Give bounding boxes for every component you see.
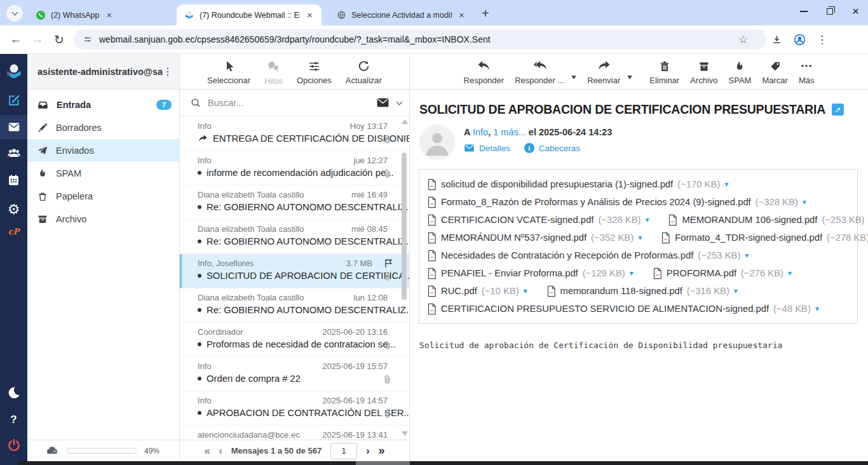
- message-row[interactable]: InfoHoy 13:17 ENTREGA DE CERTIFICACIÓN D…: [180, 117, 409, 151]
- details-toggle[interactable]: Detalles: [464, 144, 510, 153]
- tab-close-icon[interactable]: ×: [305, 10, 315, 20]
- attachment-menu-caret-icon[interactable]: ▾: [803, 198, 806, 206]
- attachment-item[interactable]: MEMORANDUM 106-signed.pdf(~253 KB)▾: [668, 214, 868, 226]
- scroll-down-icon[interactable]: [402, 431, 408, 436]
- open-in-new-window-icon[interactable]: ↗: [832, 104, 844, 116]
- attachment-item[interactable]: PROFORMA.pdf(~276 KB)▾: [653, 267, 792, 280]
- sidebar-item-entrada[interactable]: Entrada 7: [27, 93, 179, 116]
- address-bar[interactable]: webmail.sanjuan.gob.ec/cpsess8462650659/…: [74, 29, 766, 50]
- downloads-icon[interactable]: [771, 34, 783, 46]
- sidebar-item-archivo[interactable]: Archivo: [27, 208, 179, 231]
- attachment-name[interactable]: PENAFIEL - Enviar Proforma.pdf: [441, 268, 578, 278]
- tab-search-button[interactable]: [6, 5, 23, 22]
- bookmark-star-icon[interactable]: ☆: [738, 33, 748, 46]
- message-row[interactable]: Infojue 12:27 informe de recomendación a…: [180, 151, 409, 185]
- page-number-input[interactable]: [330, 443, 357, 459]
- message-row[interactable]: Info2025-06-19 14:57 APROBACION DE CONTR…: [180, 391, 409, 426]
- attachment-name[interactable]: solicitud de disponibilidad presupuestar…: [441, 179, 673, 189]
- prev-page-button[interactable]: ‹: [219, 445, 222, 457]
- list-scrollbar[interactable]: [402, 118, 408, 437]
- attachment-item[interactable]: Formato_4_TDR-signed-signed.pdf(~278 KB)…: [661, 232, 868, 244]
- attachment-menu-caret-icon[interactable]: ▾: [638, 233, 642, 242]
- reload-button[interactable]: ↻: [48, 32, 70, 47]
- attachment-name[interactable]: CERTIFICACION PRESUPUESTO SERVICIO DE AL…: [441, 304, 769, 314]
- attachment-item[interactable]: CERTIFICACION PRESUPUESTO SERVICIO DE AL…: [427, 303, 819, 315]
- attachment-name[interactable]: PROFORMA.pdf: [667, 268, 736, 278]
- tab-close-icon[interactable]: ×: [457, 10, 466, 20]
- forward-button[interactable]: Reenviar: [587, 60, 620, 85]
- window-restore-button[interactable]: [827, 8, 833, 15]
- attachment-menu-caret-icon[interactable]: ▾: [630, 269, 634, 278]
- window-minimize-button[interactable]: [800, 11, 808, 12]
- reply-button[interactable]: Responder: [464, 60, 505, 85]
- refresh-button[interactable]: Actualizar: [346, 60, 382, 85]
- help-icon[interactable]: ?: [0, 414, 27, 426]
- settings-gear-icon[interactable]: ⚙: [0, 201, 27, 218]
- more-recipients-link[interactable]: 1 más...: [493, 127, 526, 137]
- sidebar-item-enviados[interactable]: Enviados: [27, 139, 179, 162]
- attachment-name[interactable]: Formato_4_TDR-signed-signed.pdf: [675, 232, 822, 243]
- mail-nav-icon[interactable]: [0, 115, 27, 139]
- attachment-menu-caret-icon[interactable]: ▾: [524, 286, 527, 295]
- sidebar-item-borradores[interactable]: Borradores: [27, 116, 179, 139]
- back-button[interactable]: ←: [5, 32, 27, 46]
- attachment-item[interactable]: MEMORÁNDUM Nº537-signed.pdf(~352 KB)▾: [427, 232, 642, 244]
- attachment-name[interactable]: MEMORÁNDUM Nº537-signed.pdf: [441, 232, 587, 243]
- account-header[interactable]: asistente-administrativo@sa... ⋮: [27, 54, 179, 90]
- attachment-menu-caret-icon[interactable]: ▾: [815, 304, 819, 313]
- attachment-name[interactable]: Necesidades de Contratación y Recepción …: [441, 250, 693, 260]
- window-close-button[interactable]: ×: [852, 5, 859, 17]
- forward-caret-icon[interactable]: [627, 76, 632, 79]
- archive-button[interactable]: Archivo: [690, 60, 717, 85]
- attachment-item[interactable]: Formato_8_Razón de Proformas y Análisis …: [427, 196, 806, 208]
- search-scope-mail-icon[interactable]: [376, 97, 390, 108]
- message-row[interactable]: Coordinador2025-06-20 13:16 Proformas de…: [180, 323, 409, 357]
- sidebar-item-spam[interactable]: SPAM: [27, 162, 179, 185]
- browser-menu-icon[interactable]: ⋮: [817, 33, 827, 46]
- sidebar-item-papelera[interactable]: Papelera: [27, 185, 179, 208]
- attachment-item[interactable]: memorandum 118-signed.pdf(~316 KB)▾: [546, 285, 738, 297]
- mark-button[interactable]: Marcar: [762, 60, 787, 85]
- next-page-button[interactable]: ›: [366, 445, 369, 457]
- new-tab-button[interactable]: +: [482, 6, 489, 21]
- attachment-item[interactable]: Necesidades de Contratación y Recepción …: [427, 250, 749, 262]
- attachment-name[interactable]: CERTIFICACION VCATE-signed.pdf: [441, 215, 593, 225]
- message-row[interactable]: Diana elizabeth Toala castillolun 12:08 …: [180, 288, 409, 323]
- message-row[interactable]: Info2025-06-19 15:57 Orden de compra # 2…: [180, 357, 409, 391]
- forward-button[interactable]: →: [27, 32, 48, 46]
- horizontal-scroll-thumb[interactable]: [356, 461, 410, 465]
- contacts-icon[interactable]: [0, 145, 27, 161]
- message-row[interactable]: Diana elizabeth Toala castillomié 08:45 …: [180, 220, 409, 254]
- last-page-button[interactable]: »: [378, 444, 384, 457]
- scroll-up-icon[interactable]: [402, 119, 408, 124]
- compose-icon[interactable]: [0, 93, 27, 107]
- attachment-menu-caret-icon[interactable]: ▾: [734, 286, 738, 295]
- attachment-name[interactable]: memorandum 118-signed.pdf: [560, 286, 682, 296]
- tab-actividad[interactable]: Seleccione Actividad a modifica ×: [329, 4, 474, 25]
- attachment-item[interactable]: RUC.pdf(~10 KB)▾: [427, 285, 527, 297]
- attachment-menu-caret-icon[interactable]: ▾: [724, 180, 728, 189]
- spam-button[interactable]: SPAM: [729, 60, 752, 85]
- calendar-icon[interactable]: [0, 173, 27, 187]
- folder-menu-icon[interactable]: ⋮: [163, 65, 173, 78]
- attachment-menu-caret-icon[interactable]: ▾: [745, 251, 749, 260]
- message-row[interactable]: Diana elizabeth Toala castillomié 16:49 …: [180, 185, 409, 220]
- attachment-menu-caret-icon[interactable]: ▾: [788, 269, 792, 278]
- tab-close-icon[interactable]: ×: [104, 10, 114, 20]
- cpanel-icon[interactable]: cP: [0, 227, 27, 236]
- attachment-item[interactable]: CERTIFICACION VCATE-signed.pdf(~328 KB)▾: [427, 214, 649, 226]
- attachment-menu-caret-icon[interactable]: ▾: [645, 215, 649, 224]
- search-input[interactable]: [208, 98, 370, 108]
- message-row[interactable]: atencionciudadana@bce.ec2025-06-19 13:41: [180, 426, 409, 440]
- first-page-button[interactable]: «: [205, 445, 210, 457]
- message-row-selected[interactable]: Info, Joseflores3.7 MB SOLICITUD DE APRO…: [180, 254, 409, 288]
- threads-button[interactable]: Hilos: [264, 60, 283, 86]
- attachment-item[interactable]: solicitud de disponibilidad presupuestar…: [427, 179, 728, 191]
- reply-all-caret-icon[interactable]: [571, 76, 576, 79]
- scroll-thumb[interactable]: [402, 152, 407, 300]
- flag-icon[interactable]: [383, 258, 394, 269]
- search-options-chevron-icon[interactable]: [397, 98, 403, 105]
- attachment-item[interactable]: PENAFIEL - Enviar Proforma.pdf(~129 KB)▾: [427, 267, 634, 280]
- attachment-name[interactable]: RUC.pdf: [441, 286, 477, 296]
- tab-roundcube[interactable]: (7) Roundcube Webmail :: Envia ×: [177, 4, 322, 25]
